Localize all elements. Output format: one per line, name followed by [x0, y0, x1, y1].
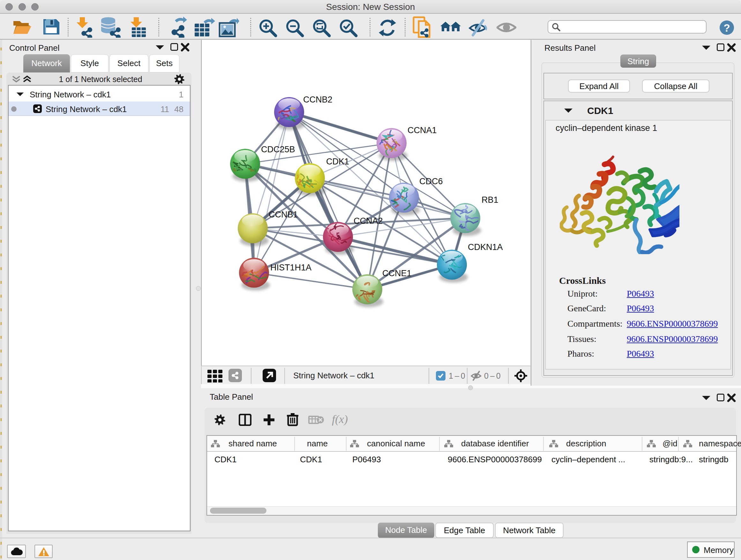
- svg-text:HIST1H1A: HIST1H1A: [270, 263, 312, 272]
- svg-text:CCNB2: CCNB2: [303, 95, 333, 105]
- svg-text:CCNA2: CCNA2: [354, 216, 383, 226]
- svg-text:CDKN1A: CDKN1A: [468, 242, 503, 252]
- svg-text:CCNE1: CCNE1: [382, 268, 412, 278]
- svg-text:CCNB1: CCNB1: [269, 210, 298, 219]
- svg-text:CCNA1: CCNA1: [408, 125, 437, 135]
- svg-text:CDC6: CDC6: [419, 177, 443, 186]
- svg-text:RB1: RB1: [482, 195, 498, 205]
- svg-text:CDC25B: CDC25B: [261, 145, 295, 154]
- svg-text:CDK1: CDK1: [326, 157, 349, 166]
